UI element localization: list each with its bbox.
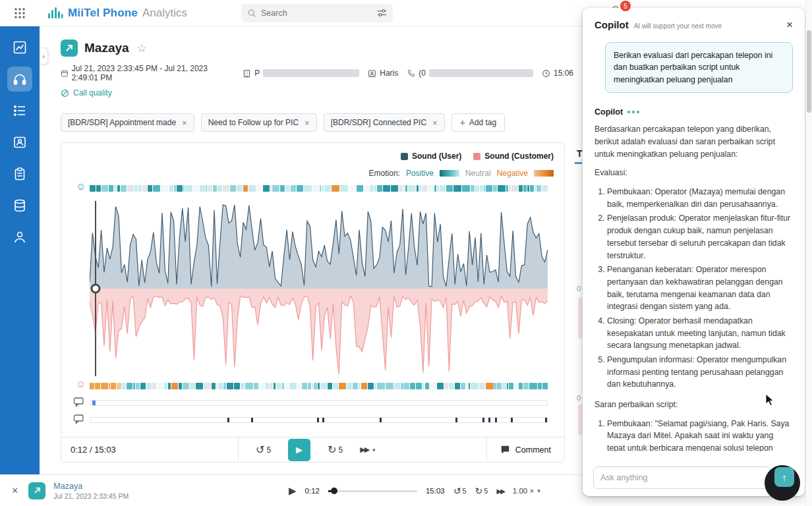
comment-marker[interactable] xyxy=(251,418,253,422)
legend-customer-label: Sound (Customer) xyxy=(484,152,554,161)
player-speed-selector[interactable]: 1.00 ×▾ xyxy=(513,487,540,495)
waveform-svg[interactable] xyxy=(90,198,548,379)
fast-forward-button[interactable]: ▶▶▾ xyxy=(360,445,375,454)
play-button[interactable]: ▶ xyxy=(288,439,310,461)
emotion-segment xyxy=(496,383,502,389)
saran-heading: Saran perbaikan script: xyxy=(594,399,793,411)
comment-marker[interactable] xyxy=(511,418,513,422)
player-seek-thumb[interactable] xyxy=(331,488,337,494)
player-close-icon[interactable]: × xyxy=(12,485,18,497)
app-launcher-icon[interactable] xyxy=(0,7,40,19)
emotion-segment xyxy=(223,383,226,389)
emotion-segment xyxy=(357,185,363,192)
emotion-segment xyxy=(96,185,101,192)
comment-track-customer[interactable] xyxy=(90,417,548,423)
comment-marker[interactable] xyxy=(227,418,229,422)
emotion-segment xyxy=(484,185,485,192)
scrollbar-thumb[interactable] xyxy=(807,30,811,113)
comment-marker[interactable] xyxy=(545,418,547,422)
page-title: Mazaya xyxy=(84,41,129,55)
emotion-segment xyxy=(161,185,169,192)
emotion-segment xyxy=(171,383,178,389)
comment-marker[interactable] xyxy=(455,418,457,422)
comment-marker[interactable] xyxy=(495,418,497,422)
comment-track-user[interactable] xyxy=(90,400,548,406)
emotion-segment xyxy=(408,185,416,192)
player-skip-back[interactable]: ↺5 xyxy=(453,486,467,496)
sidebar-item-list[interactable] xyxy=(0,95,40,126)
tag-remove-icon[interactable]: × xyxy=(304,118,310,128)
emotion-segment xyxy=(347,383,352,389)
sidebar-expand-button[interactable]: › xyxy=(40,47,48,65)
emotion-positive-label: Positive xyxy=(406,169,434,178)
comment-marker[interactable] xyxy=(322,418,324,422)
transcript-tab-underline xyxy=(575,162,582,164)
emotion-segment xyxy=(399,185,403,192)
skip-back-button[interactable]: ↺5 xyxy=(256,445,271,455)
player-fast-forward[interactable]: ▶▶ xyxy=(496,488,504,495)
contact-name: Haris xyxy=(380,69,398,78)
logo-text-secondary: Analytics xyxy=(142,7,187,20)
emotion-segment xyxy=(437,383,444,389)
send-button[interactable]: ↑ xyxy=(774,467,794,487)
tag-label: [BDR/SDR] Appointment made xyxy=(68,118,176,127)
transcript-tab-fragment[interactable]: T xyxy=(577,148,583,159)
emotion-segment xyxy=(164,383,167,389)
add-tag-button[interactable]: +Add tag xyxy=(451,113,506,132)
sidebar-item-data[interactable] xyxy=(0,190,40,221)
comment-marker[interactable] xyxy=(317,418,319,422)
sidebar-item-analytics[interactable] xyxy=(0,32,40,63)
emotion-segment xyxy=(243,185,248,192)
close-icon[interactable]: × xyxy=(786,19,793,30)
tag-chip[interactable]: Need to Follow up for PIC× xyxy=(201,113,317,132)
copilot-title: Copilot xyxy=(594,19,629,30)
sidebar-item-reports[interactable] xyxy=(0,158,40,190)
waveform-area[interactable] xyxy=(90,198,548,379)
player-total-time: 15:03 xyxy=(426,487,445,495)
sidebar-item-users[interactable] xyxy=(0,221,40,253)
player-skip-forward[interactable]: ↻5 xyxy=(475,486,488,496)
chevron-down-icon[interactable]: ▾ xyxy=(372,447,376,453)
emotion-segment xyxy=(289,383,297,389)
call-quality-link[interactable]: Call quality xyxy=(73,88,112,98)
page-scrollbar[interactable] xyxy=(805,0,812,506)
call-quality-row: Call quality xyxy=(61,88,582,98)
call-quality-icon xyxy=(61,89,69,98)
search-input[interactable] xyxy=(261,9,372,18)
chevron-down-icon: ▾ xyxy=(537,488,540,494)
tag-remove-icon[interactable]: × xyxy=(432,118,438,128)
filter-tune-icon[interactable] xyxy=(377,9,387,18)
player-play-button[interactable]: ▶ xyxy=(289,485,297,497)
skip-forward-value: 5 xyxy=(339,445,343,455)
sidebar-item-calls[interactable] xyxy=(0,63,40,95)
comment-button[interactable]: Comment xyxy=(486,437,564,462)
emotion-segment xyxy=(333,383,338,389)
emotion-segment xyxy=(339,383,346,389)
comment-marker[interactable] xyxy=(482,418,484,422)
user-swatch xyxy=(401,153,408,160)
comment-marker[interactable] xyxy=(92,401,96,405)
search-box[interactable] xyxy=(241,4,393,22)
emotion-segment xyxy=(446,185,453,192)
tag-remove-icon[interactable]: × xyxy=(182,118,187,128)
emotion-segment xyxy=(480,185,483,192)
emotion-segment xyxy=(466,383,468,389)
player-current-time: 0:12 xyxy=(305,487,320,495)
skip-forward-button[interactable]: ↻5 xyxy=(328,445,343,455)
emotion-segment xyxy=(449,383,454,389)
player-seek-slider[interactable] xyxy=(328,490,417,492)
emotion-segment xyxy=(140,383,146,389)
skip-back-value: 5 xyxy=(266,445,271,455)
comment-marker[interactable] xyxy=(380,418,382,422)
tag-chip[interactable]: [BDR/SDR] Appointment made× xyxy=(61,113,194,132)
favorite-star-icon[interactable]: ☆ xyxy=(137,42,147,55)
search-icon xyxy=(247,9,256,18)
emotion-segment xyxy=(374,383,376,389)
ask-anything-input[interactable] xyxy=(593,466,770,489)
copilot-header: Copilot AI will support your next move × xyxy=(583,8,805,36)
tag-chip[interactable]: [BDR/SDR] Connected PIC× xyxy=(324,113,445,132)
comment-marker[interactable] xyxy=(488,418,490,422)
sidebar-item-contacts[interactable] xyxy=(0,126,40,158)
emotion-segment xyxy=(114,185,117,192)
playhead-handle[interactable] xyxy=(92,285,100,293)
